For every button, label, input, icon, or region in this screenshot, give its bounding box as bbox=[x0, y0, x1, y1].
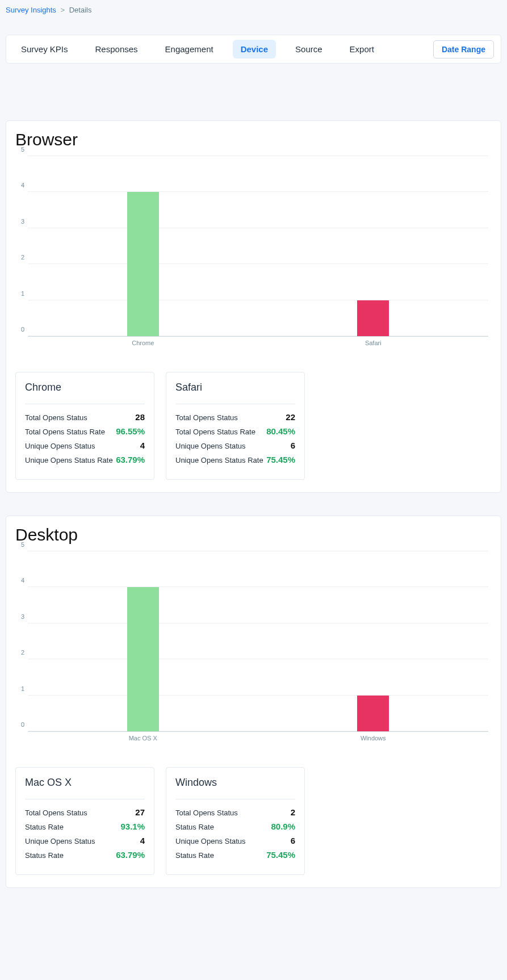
stat-card-title: Mac OS X bbox=[25, 777, 145, 789]
bar-chart: 012345ChromeSafari bbox=[15, 156, 492, 349]
stat-label: Unique Opens Status bbox=[25, 442, 95, 450]
gridline bbox=[28, 228, 488, 228]
stat-label: Total Opens Status Rate bbox=[25, 428, 105, 436]
stat-row: Status Rate63.79% bbox=[25, 850, 145, 860]
bar-windows bbox=[357, 696, 389, 731]
stat-card-safari: SafariTotal Opens Status22Total Opens St… bbox=[166, 372, 305, 480]
y-tick-label: 1 bbox=[15, 685, 24, 692]
panel-title: Browser bbox=[15, 130, 492, 149]
stat-label: Total Opens Status bbox=[25, 413, 87, 422]
x-tick-label: Safari bbox=[365, 340, 382, 346]
stat-row: Status Rate75.45% bbox=[175, 850, 295, 860]
stat-value: 4 bbox=[140, 441, 145, 450]
gridline bbox=[28, 191, 488, 192]
stat-value: 63.79% bbox=[116, 850, 145, 860]
stat-cards: ChromeTotal Opens Status28Total Opens St… bbox=[15, 372, 492, 480]
tab-responses[interactable]: Responses bbox=[87, 40, 146, 58]
stat-row: Total Opens Status Rate80.45% bbox=[175, 426, 295, 436]
gridline bbox=[28, 731, 488, 731]
y-tick-label: 4 bbox=[15, 182, 24, 189]
gridline bbox=[28, 695, 488, 696]
y-tick-label: 5 bbox=[15, 146, 24, 153]
stat-value: 63.79% bbox=[116, 455, 145, 464]
tab-device[interactable]: Device bbox=[233, 40, 276, 58]
y-tick-label: 5 bbox=[15, 541, 24, 548]
gridline bbox=[28, 587, 488, 587]
stat-label: Unique Opens Status bbox=[25, 837, 95, 845]
stat-value: 28 bbox=[135, 412, 145, 422]
panel-desktop: Desktop012345Mac OS XWindowsMac OS XTota… bbox=[6, 516, 501, 888]
date-range-button[interactable]: Date Range bbox=[433, 40, 494, 58]
tab-export[interactable]: Export bbox=[342, 40, 382, 58]
stat-row: Total Opens Status Rate96.55% bbox=[25, 426, 145, 436]
y-tick-label: 1 bbox=[15, 290, 24, 297]
stat-row: Total Opens Status2 bbox=[175, 807, 295, 817]
stat-value: 80.9% bbox=[271, 822, 295, 831]
stat-row: Unique Opens Status6 bbox=[175, 441, 295, 450]
stat-value: 27 bbox=[135, 807, 145, 817]
stat-label: Total Opens Status bbox=[175, 809, 238, 817]
stat-row: Unique Opens Status6 bbox=[175, 836, 295, 845]
plot-area: 012345ChromeSafari bbox=[28, 156, 488, 337]
stat-card-mac-os-x: Mac OS XTotal Opens Status27Status Rate9… bbox=[15, 767, 154, 875]
stat-label: Unique Opens Status bbox=[175, 442, 246, 450]
y-tick-label: 3 bbox=[15, 218, 24, 225]
stat-row: Unique Opens Status4 bbox=[25, 836, 145, 845]
y-tick-label: 2 bbox=[15, 649, 24, 656]
y-tick-label: 4 bbox=[15, 577, 24, 584]
bar-safari bbox=[357, 300, 389, 336]
panel-browser: Browser012345ChromeSafariChromeTotal Ope… bbox=[6, 120, 501, 493]
breadcrumb: Survey Insights > Details bbox=[0, 0, 507, 18]
gridline bbox=[28, 263, 488, 264]
stat-value: 6 bbox=[291, 441, 295, 450]
stat-value: 6 bbox=[291, 836, 295, 845]
stat-row: Unique Opens Status Rate75.45% bbox=[175, 455, 295, 464]
tab-source[interactable]: Source bbox=[287, 40, 330, 58]
stat-row: Status Rate80.9% bbox=[175, 822, 295, 831]
stat-card-title: Windows bbox=[175, 777, 295, 789]
breadcrumb-root-link[interactable]: Survey Insights bbox=[6, 6, 56, 14]
y-tick-label: 0 bbox=[15, 721, 24, 728]
tab-bar: Survey KPIsResponsesEngagementDeviceSour… bbox=[6, 35, 501, 64]
stat-card-title: Chrome bbox=[25, 382, 145, 393]
y-tick-label: 0 bbox=[15, 326, 24, 333]
y-tick-label: 2 bbox=[15, 254, 24, 261]
stat-label: Status Rate bbox=[25, 823, 64, 831]
gridline bbox=[28, 623, 488, 623]
stat-card-windows: WindowsTotal Opens Status2Status Rate80.… bbox=[166, 767, 305, 875]
breadcrumb-current: Details bbox=[69, 6, 92, 14]
stat-label: Status Rate bbox=[175, 823, 214, 831]
gridline bbox=[28, 336, 488, 336]
stat-row: Total Opens Status22 bbox=[175, 412, 295, 422]
stat-card-title: Safari bbox=[175, 382, 295, 393]
stat-label: Total Opens Status Rate bbox=[175, 428, 255, 436]
gridline bbox=[28, 551, 488, 551]
bar-mac-os-x bbox=[127, 587, 159, 731]
bar-chart: 012345Mac OS XWindows bbox=[15, 551, 492, 744]
gridline bbox=[28, 659, 488, 659]
x-tick-label: Windows bbox=[361, 735, 386, 742]
stat-row: Unique Opens Status4 bbox=[25, 441, 145, 450]
tab-engagement[interactable]: Engagement bbox=[157, 40, 221, 58]
stat-value: 22 bbox=[286, 412, 295, 422]
plot-area: 012345Mac OS XWindows bbox=[28, 551, 488, 732]
stat-label: Total Opens Status bbox=[25, 809, 87, 817]
gridline bbox=[28, 300, 488, 300]
stat-label: Status Rate bbox=[25, 851, 64, 860]
breadcrumb-separator: > bbox=[61, 6, 65, 14]
stat-row: Unique Opens Status Rate63.79% bbox=[25, 455, 145, 464]
tab-survey-kpis[interactable]: Survey KPIs bbox=[13, 40, 76, 58]
stat-card-chrome: ChromeTotal Opens Status28Total Opens St… bbox=[15, 372, 154, 480]
stat-value: 4 bbox=[140, 836, 145, 845]
stat-row: Total Opens Status27 bbox=[25, 807, 145, 817]
stat-value: 2 bbox=[291, 807, 295, 817]
stat-value: 93.1% bbox=[120, 822, 145, 831]
stat-label: Unique Opens Status Rate bbox=[25, 456, 113, 464]
bar-chrome bbox=[127, 192, 159, 336]
stat-label: Unique Opens Status bbox=[175, 837, 246, 845]
gridline bbox=[28, 156, 488, 156]
stat-row: Status Rate93.1% bbox=[25, 822, 145, 831]
stat-label: Unique Opens Status Rate bbox=[175, 456, 263, 464]
tabs-container: Survey KPIsResponsesEngagementDeviceSour… bbox=[13, 40, 433, 58]
stat-label: Total Opens Status bbox=[175, 413, 238, 422]
